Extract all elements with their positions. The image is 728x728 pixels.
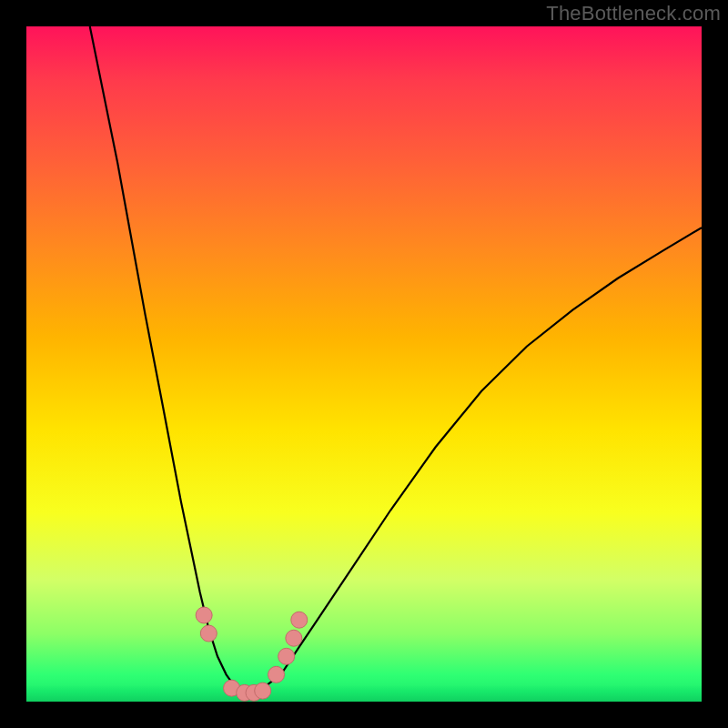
curve-right-branch bbox=[245, 228, 702, 695]
watermark-text: TheBottleneck.com bbox=[546, 2, 721, 25]
chart-frame: TheBottleneck.com bbox=[0, 0, 728, 728]
highlight-marker bbox=[196, 607, 212, 623]
curve-left-branch bbox=[90, 26, 245, 695]
plot-area bbox=[26, 26, 702, 702]
curve-group bbox=[90, 26, 702, 701]
bottleneck-curve-svg bbox=[26, 26, 702, 702]
highlight-marker bbox=[278, 648, 295, 664]
highlight-marker bbox=[268, 666, 285, 682]
highlight-marker bbox=[291, 612, 308, 628]
highlight-marker bbox=[255, 682, 271, 699]
highlight-markers bbox=[196, 607, 308, 701]
highlight-marker bbox=[286, 630, 302, 646]
highlight-marker bbox=[200, 625, 217, 642]
